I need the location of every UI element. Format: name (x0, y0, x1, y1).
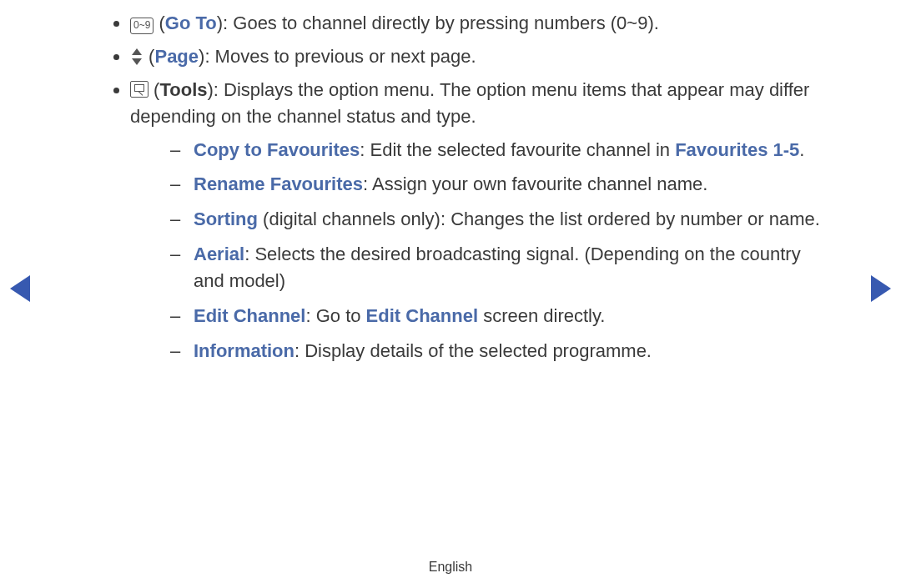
item-tools: (Tools): Displays the option menu. The o… (130, 77, 834, 364)
sub-link: Favourites 1-5 (675, 139, 799, 160)
sub-label: Rename Favourites (194, 173, 363, 194)
manual-content: 0~9 (Go To): Goes to channel directly by… (83, 10, 834, 373)
sub-label: Copy to Favourites (194, 139, 360, 160)
sub-information: Information: Display details of the sele… (170, 338, 834, 364)
sub-label: Aerial (194, 244, 244, 264)
item-label: Tools (159, 79, 207, 100)
sub-desc: : Edit the selected favourite channel in (360, 139, 675, 160)
sub-desc-b: . (799, 139, 804, 160)
sub-label: Sorting (194, 209, 258, 229)
tools-icon (130, 81, 148, 98)
sub-copy-to-favourites: Copy to Favourites: Edit the selected fa… (170, 137, 834, 163)
sub-label: Edit Channel (194, 305, 305, 326)
item-desc: : Moves to previous or next page. (204, 46, 476, 67)
updown-icon (130, 48, 143, 66)
sub-desc: : Selects the desired broadcasting signa… (194, 244, 801, 291)
sub-edit-channel: Edit Channel: Go to Edit Channel screen … (170, 303, 834, 329)
sub-aerial: Aerial: Selects the desired broadcasting… (170, 241, 834, 294)
sub-list: Copy to Favourites: Edit the selected fa… (130, 137, 834, 364)
item-label: Go To (165, 13, 217, 33)
item-desc: : Goes to channel directly by pressing n… (223, 13, 659, 33)
next-page-arrow-icon[interactable] (871, 275, 891, 302)
item-goto: 0~9 (Go To): Goes to channel directly by… (130, 10, 834, 37)
sub-link: Edit Channel (366, 305, 478, 326)
main-list: 0~9 (Go To): Goes to channel directly by… (83, 10, 834, 364)
sub-desc-b: screen directly. (478, 305, 605, 326)
item-page: (Page): Moves to previous or next page. (130, 43, 834, 70)
num-keys-icon: 0~9 (130, 18, 154, 34)
sub-sorting: Sorting (digital channels only): Changes… (170, 206, 834, 233)
sub-paren: (digital channels only) (258, 209, 440, 229)
sub-label: Information (194, 340, 294, 361)
prev-page-arrow-icon[interactable] (10, 275, 30, 302)
sub-rename-favourites: Rename Favourites: Assign your own favou… (170, 171, 834, 198)
item-label: Page (154, 46, 199, 67)
page-language: English (0, 560, 901, 575)
sub-desc: : Changes the list ordered by number or … (440, 209, 820, 229)
sub-desc: : Display details of the selected progra… (294, 340, 652, 361)
sub-desc: : Assign your own favourite channel name… (363, 173, 707, 194)
item-desc: : Displays the option menu. The option m… (130, 79, 809, 127)
sub-desc: : Go to (305, 305, 365, 326)
